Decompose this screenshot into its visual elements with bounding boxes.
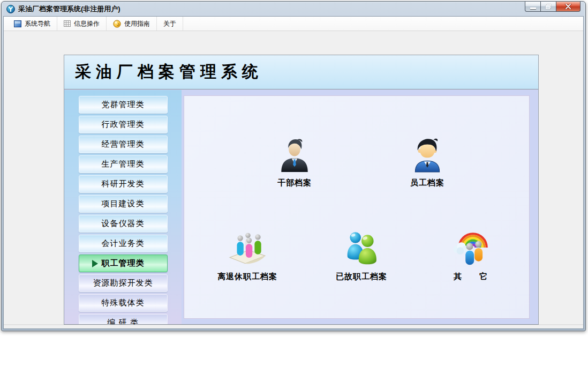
sidebar-item-research-dev[interactable]: 科研开发类 (79, 175, 168, 193)
toolbar-item-system-nav[interactable]: 系统导航 (7, 17, 57, 31)
panel-body: 党群管理类 行政管理类 经营管理类 生产管理类 科研开发类 项目建设类 设备仪器… (64, 90, 538, 324)
shortcut-cadre-archive[interactable]: 干部档案 (247, 136, 342, 188)
sidebar-item-label: 设备仪器类 (102, 219, 145, 229)
sidebar-item-business-mgmt[interactable]: 经营管理类 (79, 136, 168, 153)
shortcut-retired-archive[interactable]: 离退休职工档案 (200, 229, 295, 282)
sidebar-item-label: 职工管理类 (102, 258, 145, 268)
shortcut-deceased-archive[interactable]: 已故职工档案 (314, 229, 409, 282)
content-area: 干部档案 (182, 90, 538, 324)
sidebar-item-equipment[interactable]: 设备仪器类 (79, 215, 168, 233)
client-area: 系统导航 信息操作 (3, 16, 584, 329)
cadre-archive-icon (277, 136, 312, 173)
deceased-archive-icon (342, 229, 381, 267)
shortcut-label: 离退休职工档案 (217, 272, 277, 282)
toolbar-item-label: 关于 (163, 19, 176, 28)
titlebar[interactable]: 采油厂档案管理系统(非注册用户) (2, 2, 585, 16)
shortcut-other-archive[interactable]: 其 它 (424, 229, 518, 282)
minimize-icon (530, 8, 536, 9)
window-controls (525, 2, 581, 12)
minimize-button[interactable] (525, 2, 541, 12)
sidebar-item-label: 资源勘探开发类 (93, 278, 153, 288)
sidebar-item-staff-mgmt[interactable]: 职工管理类 (79, 255, 168, 272)
sidebar-item-production-mgmt[interactable]: 生产管理类 (79, 155, 168, 173)
sidebar-item-accounting[interactable]: 会计业务类 (79, 235, 168, 252)
shortcut-panel: 干部档案 (184, 95, 530, 319)
sidebar-item-project-construction[interactable]: 项目建设类 (79, 195, 168, 213)
sidebar-item-label: 生产管理类 (102, 159, 145, 169)
toolbar-item-user-guide[interactable]: 使用指南 (107, 17, 157, 31)
main-panel: 采油厂档案管理系统 党群管理类 行政管理类 经营管理类 生产管理类 科研开发类 (64, 55, 539, 325)
close-icon (565, 4, 571, 9)
sidebar-item-compilation[interactable]: 编 研 类 (79, 314, 168, 325)
sidebar-item-label: 编 研 类 (107, 318, 138, 325)
panel-header: 采油厂档案管理系统 (64, 55, 538, 89)
toolbar-item-label: 系统导航 (25, 19, 50, 28)
toolbar-item-label: 信息操作 (74, 19, 100, 28)
sidebar-item-label: 行政管理类 (102, 119, 145, 130)
window-title: 采油厂档案管理系统(非注册用户) (18, 4, 120, 14)
app-logo-icon[interactable] (6, 5, 15, 13)
shortcut-label: 已故职工档案 (336, 272, 387, 282)
shortcut-label: 其 它 (454, 272, 488, 282)
toolbar-item-label: 使用指南 (124, 19, 150, 28)
retired-archive-icon (228, 229, 267, 267)
sidebar-item-label: 经营管理类 (102, 139, 145, 149)
sidebar-item-label: 项目建设类 (102, 199, 145, 209)
close-button[interactable] (556, 2, 581, 12)
guide-icon (113, 20, 121, 28)
restore-button[interactable] (541, 2, 556, 12)
sidebar-item-label: 科研开发类 (102, 179, 145, 189)
toolbar-item-about[interactable]: 关于 (157, 17, 183, 31)
other-archive-icon (451, 229, 491, 267)
sidebar-item-party-mgmt[interactable]: 党群管理类 (79, 96, 168, 114)
selected-arrow-icon (92, 260, 98, 267)
sidebar-item-label: 党群管理类 (102, 100, 145, 110)
toolbar-item-info-ops[interactable]: 信息操作 (57, 17, 107, 31)
shortcut-employee-archive[interactable]: 员工档案 (380, 136, 474, 188)
monitor-icon (14, 20, 21, 27)
shortcut-label: 员工档案 (410, 178, 444, 188)
app-window: 采油厂档案管理系统(非注册用户) (1, 1, 586, 331)
status-separator (4, 325, 583, 325)
grid-icon (64, 20, 71, 27)
sidebar-item-label: 特殊载体类 (102, 298, 145, 308)
sidebar-item-special-media[interactable]: 特殊载体类 (79, 294, 168, 312)
sidebar-item-admin-mgmt[interactable]: 行政管理类 (79, 116, 168, 133)
restore-icon (546, 4, 551, 9)
sidebar: 党群管理类 行政管理类 经营管理类 生产管理类 科研开发类 项目建设类 设备仪器… (64, 90, 182, 324)
sidebar-item-label: 会计业务类 (102, 238, 145, 249)
employee-archive-icon (410, 136, 445, 173)
shortcut-label: 干部档案 (277, 178, 312, 188)
toolbar: 系统导航 信息操作 (4, 17, 583, 31)
panel-title: 采油厂档案管理系统 (64, 61, 263, 83)
sidebar-item-resource-exploration[interactable]: 资源勘探开发类 (79, 274, 168, 292)
